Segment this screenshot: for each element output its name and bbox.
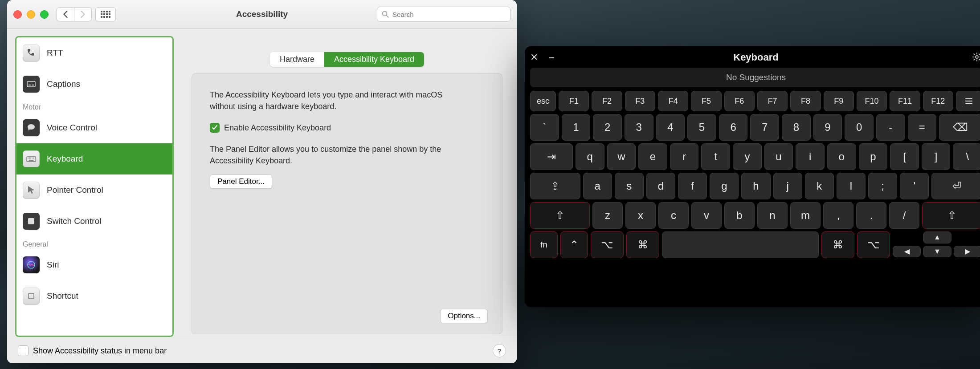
key-f7[interactable]: F7 — [757, 91, 788, 111]
key-shift-right[interactable]: ⇧ — [922, 202, 980, 229]
key-shift-left[interactable]: ⇧ — [530, 202, 590, 229]
key-0[interactable]: 0 — [845, 114, 874, 141]
key-m[interactable]: m — [790, 202, 821, 229]
key-f6[interactable]: F6 — [724, 91, 755, 111]
search-input[interactable] — [392, 10, 506, 19]
key-quote[interactable]: ' — [900, 173, 929, 199]
key-arrow-left[interactable]: ◀ — [893, 246, 921, 258]
key-b[interactable]: b — [724, 202, 755, 229]
key-backslash[interactable]: \ — [953, 143, 980, 170]
key-minus[interactable]: - — [876, 114, 905, 141]
key-f10[interactable]: F10 — [857, 91, 887, 111]
key-command-left[interactable]: ⌘ — [626, 231, 659, 258]
key-arrow-right[interactable]: ▶ — [954, 246, 980, 258]
key-t[interactable]: t — [701, 143, 730, 170]
key-n[interactable]: n — [757, 202, 788, 229]
tab-hardware[interactable]: Hardware — [270, 52, 324, 67]
key-x[interactable]: x — [625, 202, 656, 229]
key-esc[interactable]: esc — [530, 91, 556, 111]
help-button[interactable]: ? — [493, 344, 506, 357]
key-f11[interactable]: F11 — [890, 91, 920, 111]
key-5[interactable]: 5 — [687, 114, 716, 141]
key-c[interactable]: c — [658, 202, 689, 229]
key-backspace[interactable]: ⌫ — [939, 114, 980, 141]
sidebar-item-voice-control[interactable]: Voice Control — [16, 112, 172, 143]
key-s[interactable]: s — [615, 173, 644, 199]
key-a[interactable]: a — [583, 173, 612, 199]
minimize-window-button[interactable] — [27, 10, 35, 19]
key-command-right[interactable]: ⌘ — [821, 231, 854, 258]
search-field[interactable] — [377, 7, 510, 22]
key-7[interactable]: 7 — [750, 114, 779, 141]
key-k[interactable]: k — [805, 173, 834, 199]
key-tab[interactable]: ⇥ — [530, 143, 573, 170]
key-return[interactable]: ⏎ — [931, 173, 980, 199]
key-slash[interactable]: / — [889, 202, 919, 229]
key-bracket-open[interactable]: [ — [890, 143, 919, 170]
key-i[interactable]: i — [796, 143, 825, 170]
key-r[interactable]: r — [670, 143, 699, 170]
key-9[interactable]: 9 — [813, 114, 842, 141]
key-capslock[interactable]: ⇪ — [530, 173, 580, 199]
key-u[interactable]: u — [764, 143, 793, 170]
sidebar-item-switch-control[interactable]: Switch Control — [16, 206, 172, 237]
sidebar-item-pointer-control[interactable]: Pointer Control — [16, 174, 172, 206]
sidebar-item-rtt[interactable]: RTT — [16, 37, 172, 69]
key-comma[interactable]: , — [823, 202, 853, 229]
key-l[interactable]: l — [837, 173, 866, 199]
key-space[interactable] — [662, 231, 819, 258]
key-d[interactable]: d — [646, 173, 675, 199]
key-q[interactable]: q — [576, 143, 604, 170]
forward-button[interactable] — [74, 7, 92, 21]
key-f5[interactable]: F5 — [691, 91, 721, 111]
key-2[interactable]: 2 — [593, 114, 622, 141]
key-semicolon[interactable]: ; — [868, 173, 897, 199]
key-y[interactable]: y — [733, 143, 762, 170]
enable-accessibility-keyboard-checkbox[interactable] — [210, 123, 220, 133]
key-8[interactable]: 8 — [782, 114, 811, 141]
key-z[interactable]: z — [592, 202, 623, 229]
sidebar-item-captions[interactable]: Captions — [16, 69, 172, 100]
key-f4[interactable]: F4 — [658, 91, 688, 111]
key-j[interactable]: j — [773, 173, 802, 199]
key-f12[interactable]: F12 — [923, 91, 953, 111]
key-f2[interactable]: F2 — [592, 91, 622, 111]
back-button[interactable] — [57, 7, 74, 21]
key-w[interactable]: w — [607, 143, 636, 170]
key-v[interactable]: v — [691, 202, 722, 229]
close-window-button[interactable] — [13, 10, 22, 19]
key-e[interactable]: e — [638, 143, 667, 170]
key-arrow-up[interactable]: ▲ — [923, 231, 951, 243]
key-control[interactable]: ⌃ — [560, 231, 588, 258]
options-button[interactable]: Options... — [440, 309, 488, 323]
key-h[interactable]: h — [741, 173, 770, 199]
show-status-checkbox[interactable] — [18, 345, 29, 356]
key-f1[interactable]: F1 — [559, 91, 589, 111]
key-period[interactable]: . — [856, 202, 886, 229]
key-fn[interactable]: fn — [530, 231, 558, 258]
panel-editor-button[interactable]: Panel Editor... — [210, 174, 272, 189]
key-3[interactable]: 3 — [625, 114, 653, 141]
key-f8[interactable]: F8 — [790, 91, 821, 111]
tab-accessibility-keyboard[interactable]: Accessibility Keyboard — [324, 52, 424, 67]
key-p[interactable]: p — [859, 143, 888, 170]
key-option-right[interactable]: ⌥ — [857, 231, 890, 258]
key-6[interactable]: 6 — [719, 114, 748, 141]
show-all-button[interactable] — [95, 7, 116, 21]
sidebar-item-keyboard[interactable]: Keyboard — [16, 143, 172, 174]
key-4[interactable]: 4 — [656, 114, 685, 141]
key-f9[interactable]: F9 — [824, 91, 854, 111]
key-g[interactable]: g — [710, 173, 739, 199]
sidebar-item-shortcut[interactable]: Shortcut — [16, 280, 172, 312]
key-bracket-close[interactable]: ] — [922, 143, 951, 170]
zoom-window-button[interactable] — [40, 10, 49, 19]
key-f[interactable]: f — [678, 173, 707, 199]
sidebar-item-siri[interactable]: Siri — [16, 249, 172, 280]
key-f3[interactable]: F3 — [625, 91, 655, 111]
key-arrow-down[interactable]: ▼ — [923, 246, 951, 258]
key-backtick[interactable]: ` — [530, 114, 559, 141]
key-1[interactable]: 1 — [562, 114, 591, 141]
key-equals[interactable]: = — [908, 114, 937, 141]
key-panel-menu[interactable] — [956, 91, 980, 111]
key-option-left[interactable]: ⌥ — [591, 231, 624, 258]
